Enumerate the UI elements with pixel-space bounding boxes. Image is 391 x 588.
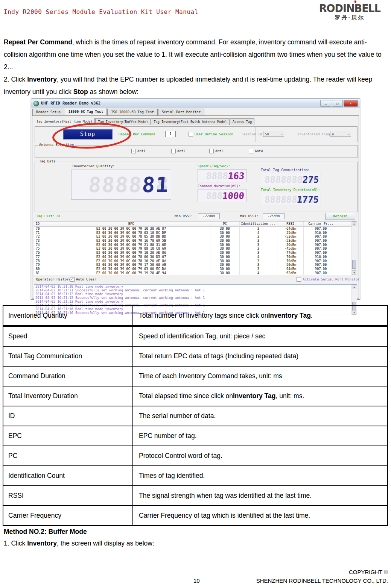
table-row[interactable]: 75 E2 00 30 00 39 0C 00 79 08 10 C0 69 3…: [34, 247, 357, 251]
tag-data-group: Tag Data Inventoried Quantity: 888888 81…: [35, 162, 358, 212]
tab-iso-18000-6b-tag-test[interactable]: ISO 18000-6B Tag Test: [107, 109, 158, 115]
repeat-per-command-input[interactable]: 1: [165, 131, 176, 137]
cell-identification-count: 3: [240, 267, 277, 271]
ant1-checkbox[interactable]: [131, 149, 136, 153]
cell-identification-count: 4: [240, 271, 277, 275]
stop-button[interactable]: Stop: [63, 129, 113, 139]
antenna-option-4[interactable]: Ant4: [249, 149, 263, 153]
definition-row: Speed Speed of identification Tag, unit:…: [3, 327, 387, 347]
cell-carrier-frequency: 907.00: [304, 263, 338, 267]
cell-id: 80: [34, 267, 52, 271]
definition-description: The signal strength when tag was identif…: [133, 486, 387, 505]
ant3-checkbox[interactable]: [209, 149, 214, 153]
scroll-up-icon[interactable]: [352, 221, 356, 226]
antenna-option-2[interactable]: Ant2: [171, 149, 186, 153]
session-id-label: Session ID:: [242, 132, 264, 136]
definition-description: Speed of identification Tag, unit: piece…: [133, 327, 387, 346]
speed-display: 8888888 163: [198, 169, 246, 182]
col-epc[interactable]: EPC: [52, 221, 210, 226]
table-row[interactable]: 78 E2 00 30 00 39 0C 00 78 10 20 AE 8A 3…: [34, 259, 357, 263]
definition-row: RSSI The signal strength when tag was id…: [3, 486, 387, 506]
cell-carrier-frequency: 916.00: [304, 255, 338, 259]
maximize-button[interactable]: [332, 100, 343, 107]
col-carrier-frequency[interactable]: Carrier Fr...: [304, 221, 338, 226]
total-inventory-duration-value: 1775: [297, 194, 319, 205]
cell-pc: 30 00: [210, 243, 240, 247]
definition-row: PC Protocol Control word of tag.: [3, 446, 387, 466]
table-row[interactable]: 74 E2 00 30 00 39 0C 00 79 21 80 31 0E 3…: [34, 243, 357, 247]
table-row[interactable]: 80 E2 00 30 00 39 0C 00 79 03 00 EC DA 3…: [34, 267, 357, 271]
cell-identification-count: 3: [240, 239, 277, 243]
cell-id: 71: [34, 231, 52, 235]
inventoried-quantity-display: 888888 81: [71, 170, 171, 200]
col-identification-count[interactable]: Identification ...: [240, 221, 277, 226]
definition-row: Inventoried Quantity Total number of inv…: [3, 306, 387, 327]
table-row[interactable]: 71 E2 00 30 00 39 0C 00 78 03 10 EC DF 3…: [34, 231, 357, 235]
close-button[interactable]: [344, 100, 358, 107]
antenna-option-1[interactable]: Ant1: [131, 149, 146, 153]
ant4-label: Ant4: [255, 149, 263, 153]
cell-rssi: -53dBm: [277, 235, 304, 239]
table-row[interactable]: 72 E2 00 30 00 39 0C 00 78 05 30 DB BD 3…: [34, 235, 357, 239]
sub-tab-bar: Tag Inventory(Real Time Mode) Tag Invent…: [34, 117, 357, 125]
table-row[interactable]: 73 E2 00 30 00 39 0C 00 79 16 70 69 5B 3…: [34, 239, 357, 243]
main-tab-bar: Reader Setup 18000-6C Tag Test ISO 18000…: [32, 108, 359, 115]
auto-clear-checkbox[interactable]: [70, 277, 75, 282]
cell-id: 76: [34, 251, 52, 255]
cell-epc: E2 00 30 00 39 0C 00 79 16 70 69 5B: [52, 239, 210, 243]
cell-id: 75: [34, 247, 52, 251]
subtab-buffer-mode[interactable]: Tag Inventory(Buffer Mode): [95, 118, 151, 125]
table-row[interactable]: 79 E2 00 30 00 39 0C 00 79 17 50 60 AB 3…: [34, 263, 357, 267]
tab-reader-setup[interactable]: Reader Setup: [32, 109, 64, 115]
cell-rssi: -64dBm: [277, 227, 304, 231]
ant4-checkbox[interactable]: [249, 149, 253, 153]
activate-serial-port-monitor-checkbox[interactable]: [297, 277, 301, 282]
col-pc[interactable]: PC: [210, 221, 240, 226]
table-scrollbar[interactable]: [351, 221, 357, 275]
cell-rssi: -64dBm: [277, 267, 304, 271]
col-rssi[interactable]: RSSI: [277, 221, 304, 226]
max-rssi-value: -25dBm: [263, 213, 285, 219]
cell-epc: E2 00 30 00 39 0C 00 79 03 00 EC DA: [52, 267, 210, 271]
tab-serial-port-monitor[interactable]: Serial Port Monitor: [158, 109, 204, 115]
user-define-session-checkbox[interactable]: [189, 132, 193, 136]
titlebar[interactable]: UHF RFID Reader Demo v362: [31, 99, 360, 108]
ant2-checkbox[interactable]: [171, 149, 176, 153]
total-tag-communication-display: 8888888888 275: [261, 173, 321, 186]
tab-18000-6c-tag-test[interactable]: 18000-6C Tag Test: [65, 108, 107, 115]
cell-identification-count: 3: [240, 243, 277, 247]
ant2-label: Ant2: [177, 149, 186, 153]
inventoried-flag-value: A: [332, 132, 334, 136]
total-tag-communication-value: 275: [302, 174, 319, 185]
scrollbar-thumb[interactable]: [352, 260, 356, 269]
cell-identification-count: 3: [240, 227, 277, 231]
table-row[interactable]: 70 E2 00 30 00 39 0C 00 79 10 30 AE 87 3…: [34, 227, 357, 231]
cell-id: 77: [34, 255, 52, 259]
table-row[interactable]: 77 E2 00 30 00 39 0C 00 78 06 30 D5 07 3…: [34, 255, 357, 259]
scroll-down-icon[interactable]: [352, 270, 356, 275]
refresh-button[interactable]: Refresh: [325, 213, 355, 220]
cell-carrier-frequency: 907.00: [304, 247, 338, 251]
session-id-dropdown[interactable]: S0: [263, 131, 284, 137]
antenna-option-3[interactable]: Ant3: [209, 149, 224, 153]
cell-identification-count: 3: [240, 235, 277, 239]
inventoried-flag-dropdown[interactable]: A: [330, 131, 351, 137]
logo-chinese-text: 罗丹·贝尔: [319, 14, 380, 21]
inventoried-quantity-label: Inventoried Quantity:: [72, 164, 115, 168]
definition-term: Total Inventory Duration: [3, 386, 133, 406]
table-row[interactable]: 76 E2 00 30 00 39 0C 00 79 10 20 AE 86 3…: [34, 251, 357, 255]
cell-pc: 30 00: [210, 255, 240, 259]
min-rssi-label: Min RSSI:: [175, 214, 193, 218]
subtab-access-tag[interactable]: Access Tag: [230, 118, 254, 125]
scroll-up-icon[interactable]: [352, 285, 356, 289]
definition-table: Inventoried Quantity Total number of inv…: [3, 305, 388, 526]
cell-carrier-frequency: 907.00: [304, 271, 338, 275]
cell-pc: 30 00: [210, 259, 240, 263]
table-row[interactable]: 81 E2 00 30 00 39 0C 00 79 19 20 4F 94 3…: [34, 271, 357, 275]
window-title: UHF RFID Reader Demo v362: [41, 101, 100, 105]
col-id[interactable]: ID: [34, 221, 52, 226]
subtab-fast-switch-antenna-mode[interactable]: Tag Inventory(Fast Swith Antenna Mode): [151, 118, 229, 125]
cell-identification-count: 3: [240, 263, 277, 267]
subtab-real-time-mode[interactable]: Tag Inventory(Real Time Mode): [34, 118, 95, 125]
minimize-button[interactable]: [320, 100, 331, 107]
